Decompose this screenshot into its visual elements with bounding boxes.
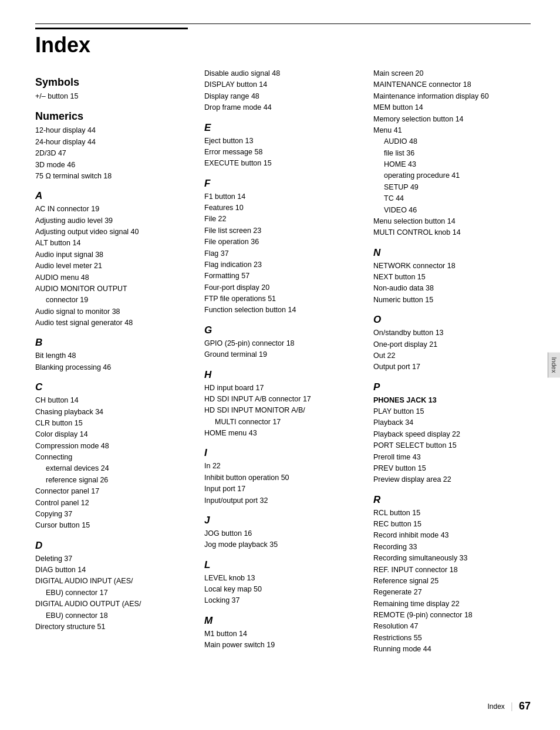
list-item: Blanking processing 46 [35, 362, 193, 373]
list-item: File 22 [204, 214, 362, 225]
list-item: Locking 37 [204, 595, 362, 606]
list-item: Audio level meter 21 [35, 261, 193, 272]
alpha-heading: J [204, 515, 362, 526]
list-item: 2D/3D 47 [35, 148, 193, 159]
list-item: Reference signal 25 [373, 576, 531, 587]
list-item: FTP file operations 51 [204, 293, 362, 305]
list-item: Four-port display 20 [204, 282, 362, 293]
list-item: Recording 33 [373, 542, 531, 553]
list-item: Jog mode playback 35 [204, 539, 362, 550]
list-item: EBU) connector 18 [35, 610, 193, 621]
list-item: Main screen 20 [373, 68, 531, 79]
list-item: Connector panel 17 [35, 486, 193, 497]
list-item: Ground terminal 19 [204, 349, 362, 360]
list-item: REMOTE (9-pin) connector 18 [373, 610, 531, 621]
list-item: Formatting 57 [204, 271, 362, 282]
list-item: AUDIO MONITOR OUTPUT [35, 283, 193, 295]
list-item: DIGITAL AUDIO OUTPUT (AES/ [35, 599, 193, 610]
list-item: +/– button 15 [35, 91, 193, 102]
list-item: Connecting [35, 452, 193, 463]
alpha-heading: C [35, 381, 193, 393]
alpha-heading: I [204, 447, 362, 459]
list-item: Maintenance information display 60 [373, 91, 531, 102]
list-item: GPIO (25-pin) connector 18 [204, 338, 362, 349]
list-item: MEM button 14 [373, 102, 531, 113]
column-2: Disable audio signal 48DISPLAY button 14… [204, 68, 373, 655]
list-item: Error message 58 [204, 147, 362, 158]
list-item: EXECUTE button 15 [204, 158, 362, 169]
list-item: ALT button 14 [35, 238, 193, 249]
list-item: Resolution 47 [373, 621, 531, 632]
list-item: DIAG button 14 [35, 565, 193, 576]
list-item: 12-hour display 44 [35, 125, 193, 136]
column-1: Symbols+/– button 15Numerics12-hour disp… [35, 68, 204, 655]
list-item: REC button 15 [373, 519, 531, 530]
list-item: In 22 [204, 461, 362, 472]
list-item: REF. INPUT connector 18 [373, 565, 531, 576]
list-item: MULTI CONTROL knob 14 [373, 227, 531, 238]
list-item: NEXT button 15 [373, 272, 531, 283]
alpha-heading: N [373, 247, 531, 259]
list-item: PHONES JACK 13 [373, 395, 531, 406]
footer: Index | 67 [487, 700, 531, 712]
title-divider [35, 23, 531, 24]
list-item: reference signal 26 [35, 475, 193, 486]
list-item: AUDIO menu 48 [35, 272, 193, 283]
alpha-heading: M [204, 615, 362, 627]
list-item: Compression mode 48 [35, 441, 193, 452]
list-item: Non-audio data 38 [373, 283, 531, 294]
alpha-heading: H [204, 369, 362, 381]
list-item: Numeric button 15 [373, 295, 531, 306]
list-item: 75 Ω terminal switch 18 [35, 171, 193, 182]
list-item: HOME menu 43 [204, 428, 362, 439]
footer-page-number: 67 [519, 700, 531, 712]
list-item: Function selection button 14 [204, 305, 362, 316]
list-item: Input/output port 32 [204, 495, 362, 506]
list-item: HD input board 17 [204, 383, 362, 394]
footer-label: Index [487, 702, 504, 711]
list-item: AC IN connector 19 [35, 204, 193, 215]
list-item: Remaining time display 22 [373, 599, 531, 610]
list-item: PREV button 15 [373, 463, 531, 474]
list-item: Preview display area 22 [373, 474, 531, 485]
list-item: Flag 37 [204, 248, 362, 259]
list-item: Chasing playback 34 [35, 407, 193, 418]
section-heading: Numerics [35, 110, 193, 123]
list-item: Regenerate 27 [373, 587, 531, 598]
list-item: Features 10 [204, 202, 362, 214]
list-item: Color display 14 [35, 429, 193, 440]
list-item: Bit length 48 [35, 350, 193, 361]
alpha-heading: R [373, 494, 531, 506]
list-item: Adjusting output video signal 40 [35, 227, 193, 238]
list-item: MAINTENANCE connector 18 [373, 79, 531, 90]
alpha-heading: L [204, 559, 362, 571]
list-item: TC 44 [373, 193, 531, 204]
list-item: Recording simultaneously 33 [373, 553, 531, 564]
list-item: Output port 17 [373, 361, 531, 373]
alpha-heading: P [373, 381, 531, 393]
list-item: M1 button 14 [204, 628, 362, 640]
list-item: Out 22 [373, 350, 531, 361]
list-item: Audio input signal 38 [35, 249, 193, 261]
list-item: Memory selection button 14 [373, 114, 531, 125]
alpha-heading: A [35, 190, 193, 202]
list-item: Disable audio signal 48 [204, 68, 362, 79]
alpha-heading: F [204, 178, 362, 190]
list-item: Menu selection button 14 [373, 216, 531, 227]
list-item: CH button 14 [35, 395, 193, 406]
list-item: Local key map 50 [204, 584, 362, 595]
alpha-heading: D [35, 540, 193, 552]
list-item: Copying 37 [35, 509, 193, 520]
list-item: CLR button 15 [35, 418, 193, 429]
list-item: File operation 36 [204, 236, 362, 248]
list-item: Input port 17 [204, 484, 362, 495]
list-item: SETUP 49 [373, 182, 531, 193]
list-item: 24-hour display 44 [35, 137, 193, 148]
list-item: Drop frame mode 44 [204, 102, 362, 113]
list-item: Restrictions 55 [373, 633, 531, 644]
list-item: Playback 34 [373, 417, 531, 428]
list-item: DISPLAY button 14 [204, 79, 362, 90]
list-item: DIGITAL AUDIO INPUT (AES/ [35, 576, 193, 587]
column-3: Main screen 20MAINTENANCE connector 18Ma… [373, 68, 531, 655]
alpha-heading: G [204, 325, 362, 336]
